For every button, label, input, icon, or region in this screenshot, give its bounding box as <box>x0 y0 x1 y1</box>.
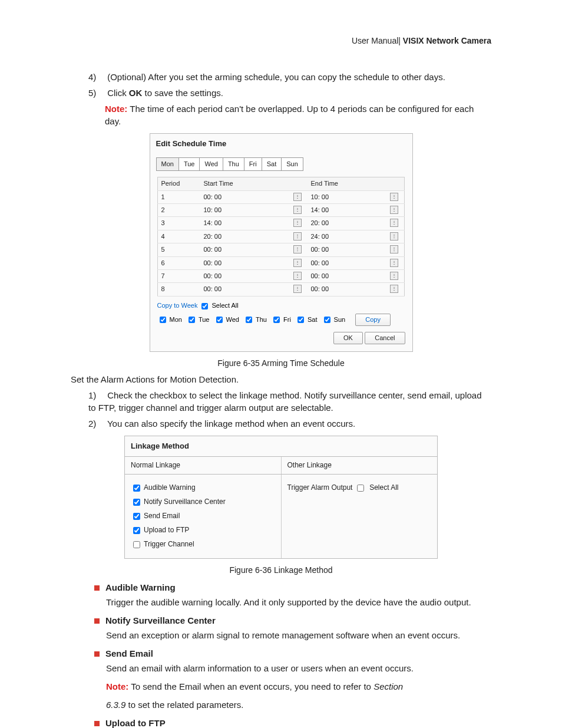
section-heading: Send Email <box>94 647 491 660</box>
tab-mon[interactable]: Mon <box>156 157 179 171</box>
bullet-icon <box>94 618 100 624</box>
period-cell: 3 <box>157 217 200 230</box>
start-time-cell[interactable]: 00: 00⋮ <box>200 256 308 269</box>
linkage-headers: Normal Linkage Other Linkage <box>125 457 437 475</box>
end-time-cell[interactable]: 10: 00⋮ <box>308 190 405 203</box>
end-time-cell[interactable]: 00: 00⋮ <box>308 283 405 296</box>
section-body: Send an exception or alarm signal to rem… <box>106 629 491 641</box>
end-time-cell[interactable]: 00: 00⋮ <box>308 269 405 282</box>
clock-icon[interactable]: ⋮ <box>293 245 302 253</box>
copy-day-fri-checkbox[interactable] <box>273 317 280 323</box>
end-time-cell[interactable]: 20: 00⋮ <box>308 217 405 230</box>
panel-title: Linkage Method <box>125 436 437 457</box>
end-time-cell[interactable]: 24: 00⋮ <box>308 230 405 243</box>
copy-day-tue-checkbox[interactable] <box>189 317 195 323</box>
other-select-all-checkbox[interactable] <box>357 485 364 492</box>
start-time-cell[interactable]: 00: 00⋮ <box>200 243 308 256</box>
copy-day-thu-checkbox[interactable] <box>246 317 252 323</box>
clock-icon[interactable]: ⋮ <box>390 272 398 280</box>
substep-2: 2) You can also specify the linkage meth… <box>88 417 491 430</box>
clock-icon[interactable]: ⋮ <box>390 232 398 241</box>
linkage-checkbox[interactable] <box>133 499 140 506</box>
start-time-cell[interactable]: 14: 00⋮ <box>200 217 308 230</box>
copy-day-mon-checkbox[interactable] <box>160 317 166 323</box>
section-heading: Upload to FTP <box>94 717 491 728</box>
clock-icon[interactable]: ⋮ <box>293 272 302 280</box>
copy-day-sat-checkbox[interactable] <box>297 317 304 323</box>
edit-schedule-dialog: Edit Schedule Time MonTueWedThuFriSatSun… <box>150 133 413 353</box>
period-cell: 5 <box>157 243 200 256</box>
step-5: 5) Click OK to save the settings. <box>88 87 491 99</box>
clock-icon[interactable]: ⋮ <box>293 219 302 227</box>
linkage-option: Trigger Channel <box>131 539 275 550</box>
dialog-title: Edit Schedule Time <box>150 134 412 154</box>
linkage-checkbox[interactable] <box>133 541 140 548</box>
period-cell: 1 <box>157 190 200 203</box>
clock-icon[interactable]: ⋮ <box>293 259 302 267</box>
cancel-button[interactable]: Cancel <box>365 332 405 344</box>
other-linkage-header: Other Linkage <box>282 457 438 474</box>
clock-icon[interactable]: ⋮ <box>293 232 302 241</box>
copy-day-wed-checkbox[interactable] <box>216 317 223 323</box>
clock-icon[interactable]: ⋮ <box>390 245 398 253</box>
clock-icon[interactable]: ⋮ <box>390 206 398 214</box>
tab-sun[interactable]: Sun <box>281 157 303 171</box>
clock-icon[interactable]: ⋮ <box>390 285 398 293</box>
normal-linkage-header: Normal Linkage <box>125 457 282 474</box>
section-body: Trigger the audible warning locally. And… <box>106 596 491 608</box>
page-header: User Manual| VISIX Network Camera <box>71 35 491 47</box>
end-time-cell[interactable]: 00: 00⋮ <box>308 243 405 256</box>
clock-icon[interactable]: ⋮ <box>293 285 302 293</box>
section-extra: 6.3.9 to set the related parameters. <box>106 699 491 711</box>
period-cell: 6 <box>157 256 200 269</box>
tab-tue[interactable]: Tue <box>178 157 200 171</box>
step-4: 4) (Optional) After you set the arming s… <box>88 71 491 83</box>
linkage-checkbox[interactable] <box>133 485 140 492</box>
clock-icon[interactable]: ⋮ <box>293 206 302 214</box>
clock-icon[interactable]: ⋮ <box>390 259 398 267</box>
copy-to-week-row: Copy to Week Select All Mon Tue Wed Thu … <box>157 301 405 326</box>
ok-button[interactable]: OK <box>333 332 363 344</box>
bullet-icon <box>94 585 100 591</box>
tab-thu[interactable]: Thu <box>223 157 244 171</box>
dialog-buttons: OK Cancel <box>157 332 405 344</box>
linkage-method-panel: Linkage Method Normal Linkage Other Link… <box>124 436 438 559</box>
section-note: Note: To send the Email when an event oc… <box>106 680 491 693</box>
copy-day-sun-checkbox[interactable] <box>324 317 330 323</box>
figure-6-35-caption: Figure 6-35 Arming Time Schedule <box>71 358 491 370</box>
linkage-option: Send Email <box>131 511 275 522</box>
start-time-cell[interactable]: 00: 00⋮ <box>200 269 308 282</box>
figure-6-36-caption: Figure 6-36 Linkage Method <box>71 565 491 577</box>
col-end: End Time <box>308 177 405 190</box>
col-start: Start Time <box>200 177 308 190</box>
other-linkage-col: Trigger Alarm Output Select All <box>282 475 438 558</box>
linkage-option: Upload to FTP <box>131 525 275 536</box>
tab-fri[interactable]: Fri <box>244 157 262 171</box>
end-time-cell[interactable]: 14: 00⋮ <box>308 203 405 216</box>
linkage-checkbox[interactable] <box>133 527 140 534</box>
clock-icon[interactable]: ⋮ <box>293 193 302 201</box>
bullet-icon <box>94 721 100 726</box>
set-alarm-text: Set the Alarm Actions for Motion Detecti… <box>71 373 491 386</box>
clock-icon[interactable]: ⋮ <box>390 219 398 227</box>
start-time-cell[interactable]: 10: 00⋮ <box>200 203 308 216</box>
select-all-checkbox[interactable] <box>201 303 208 309</box>
linkage-checkbox[interactable] <box>133 513 140 520</box>
period-cell: 4 <box>157 230 200 243</box>
start-time-cell[interactable]: 20: 00⋮ <box>200 230 308 243</box>
table-row: 700: 00⋮00: 00⋮ <box>157 269 404 282</box>
clock-icon[interactable]: ⋮ <box>390 193 398 201</box>
tab-wed[interactable]: Wed <box>199 157 223 171</box>
linkage-option: Audible Warning <box>131 483 275 493</box>
end-time-cell[interactable]: 00: 00⋮ <box>308 256 405 269</box>
start-time-cell[interactable]: 00: 00⋮ <box>200 283 308 296</box>
table-row: 600: 00⋮00: 00⋮ <box>157 256 404 269</box>
tab-sat[interactable]: Sat <box>262 157 282 171</box>
table-row: 420: 00⋮24: 00⋮ <box>157 230 404 243</box>
copy-button[interactable]: Copy <box>355 314 391 326</box>
period-cell: 8 <box>157 283 200 296</box>
table-row: 500: 00⋮00: 00⋮ <box>157 243 404 256</box>
section-body: Send an email with alarm information to … <box>106 662 491 674</box>
start-time-cell[interactable]: 00: 00⋮ <box>200 190 308 203</box>
schedule-table: Period Start Time End Time 100: 00⋮10: 0… <box>157 177 405 297</box>
